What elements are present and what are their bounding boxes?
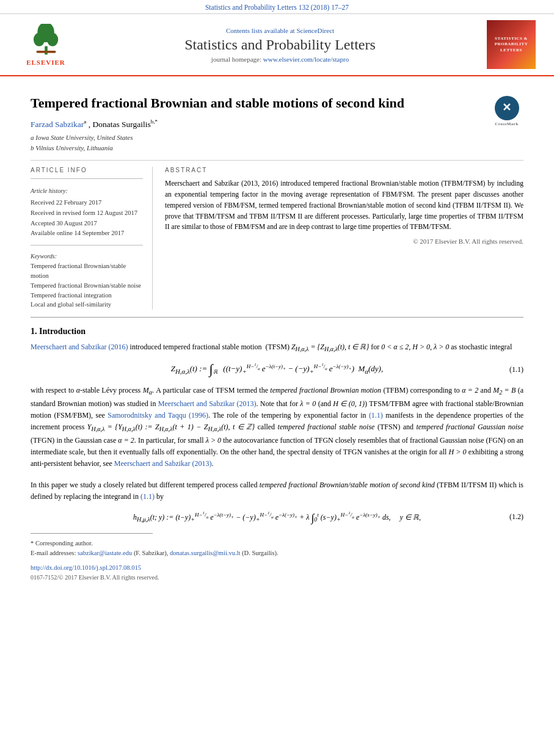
svg-rect-0 bbox=[45, 46, 48, 54]
journal-main-title: Statistics and Probability Letters bbox=[73, 37, 487, 53]
equation-1-1: ZH,α,λ(t) := ∫ℝ ((t−y)+H−1/α e−λ(t−y)+ −… bbox=[31, 362, 523, 377]
sciencedirect-anchor[interactable]: ScienceDirect bbox=[296, 27, 334, 34]
meerschaert2013-link[interactable]: Meerschaert and Sabzikar (2013) bbox=[158, 399, 257, 408]
email2-link[interactable]: donatas.surgailis@mii.vu.lt bbox=[170, 550, 240, 556]
article-info-title: ARTICLE INFO bbox=[31, 167, 143, 173]
doi-link[interactable]: http://dx.doi.org/10.1016/j.spl.2017.08.… bbox=[31, 564, 141, 571]
svg-point-2 bbox=[33, 32, 44, 46]
journal-title-block: Contents lists available at ScienceDirec… bbox=[73, 27, 487, 63]
equation-1-2: hH,μ,λ(t; y) := (t−y)+H−1/α e−λ(t−y)+ − … bbox=[31, 511, 523, 525]
crossmark-badge[interactable]: ✕ CrossMark bbox=[490, 95, 523, 128]
elsevier-tree-icon bbox=[29, 24, 63, 57]
samorodnitsky-link[interactable]: Samorodnitsky and Taqqu (1996) bbox=[108, 411, 208, 420]
abstract-text: Meerschaert and Sabzikar (2013, 2016) in… bbox=[165, 178, 523, 233]
journal-header: ELSEVIER Contents lists available at Sci… bbox=[0, 14, 554, 76]
author1-link[interactable]: Farzad Sabzikar bbox=[31, 119, 84, 128]
intro-para2: with respect to α-stable Lévy process Mα… bbox=[31, 385, 523, 470]
abstract-title: ABSTRACT bbox=[165, 167, 523, 173]
abstract-section: ABSTRACT Meerschaert and Sabzikar (2013,… bbox=[165, 167, 523, 310]
copyright-notice: © 2017 Elsevier B.V. All rights reserved… bbox=[165, 238, 523, 245]
intro-para1: Meerschaert and Sabzikar (2016) introduc… bbox=[31, 341, 523, 354]
crossmark-icon: ✕ bbox=[495, 96, 519, 120]
email1-link[interactable]: sabzikar@iastate.edu bbox=[78, 550, 132, 556]
issn-line: 0167-7152/© 2017 Elsevier B.V. All right… bbox=[31, 574, 523, 581]
footnote-divider bbox=[31, 533, 153, 534]
elsevier-label: ELSEVIER bbox=[26, 59, 65, 66]
journal-homepage: journal homepage: www.elsevier.com/locat… bbox=[73, 56, 487, 63]
affiliations: a Iowa State University, United States b… bbox=[31, 133, 523, 153]
email-line: E-mail addresses: sabzikar@iastate.edu (… bbox=[31, 548, 523, 558]
article-info: ARTICLE INFO Article history: Received 2… bbox=[31, 167, 153, 310]
intro-para3: In this paper we study a closely related… bbox=[31, 479, 523, 503]
journal-logo-box: STATISTICS & PROBABILITY LETTERS bbox=[487, 20, 536, 69]
section-divider bbox=[31, 317, 523, 318]
eq2-number: (1.2) bbox=[509, 512, 523, 522]
svg-point-3 bbox=[46, 32, 57, 46]
keywords-section: Keywords: Tempered fractional Brownian/s… bbox=[31, 245, 143, 310]
paper-title: Tempered fractional Brownian and stable … bbox=[31, 95, 523, 112]
article-history: Article history: Received 22 February 20… bbox=[31, 178, 143, 239]
eq1-number: (1.1) bbox=[509, 365, 523, 374]
homepage-link[interactable]: www.elsevier.com/locate/stapro bbox=[263, 56, 349, 63]
elsevier-logo: ELSEVIER bbox=[18, 24, 73, 66]
meerschaert2013b-link[interactable]: Meerschaert and Sabzikar (2013) bbox=[114, 459, 212, 468]
footnote-corresponding: * Corresponding author. E-mail addresses… bbox=[31, 539, 523, 558]
sciencedirect-link: Contents lists available at ScienceDirec… bbox=[73, 27, 487, 34]
journal-reference: Statistics and Probability Letters 132 (… bbox=[0, 0, 554, 14]
doi-section: http://dx.doi.org/10.1016/j.spl.2017.08.… bbox=[31, 564, 523, 571]
main-content: Tempered fractional Brownian and stable … bbox=[0, 76, 554, 593]
svg-rect-4 bbox=[36, 51, 56, 53]
authors-line: Farzad Sabzikara , Donatas Surgailisb,* bbox=[31, 118, 523, 129]
meerschaert2016-link[interactable]: Meerschaert and Sabzikar (2016) bbox=[31, 343, 128, 351]
eq11-ref[interactable]: (1.1) bbox=[369, 411, 383, 420]
introduction-heading: 1. Introduction bbox=[31, 327, 523, 336]
eq11-ref2[interactable]: (1.1) bbox=[140, 492, 155, 501]
article-info-abstract: ARTICLE INFO Article history: Received 2… bbox=[31, 160, 523, 310]
